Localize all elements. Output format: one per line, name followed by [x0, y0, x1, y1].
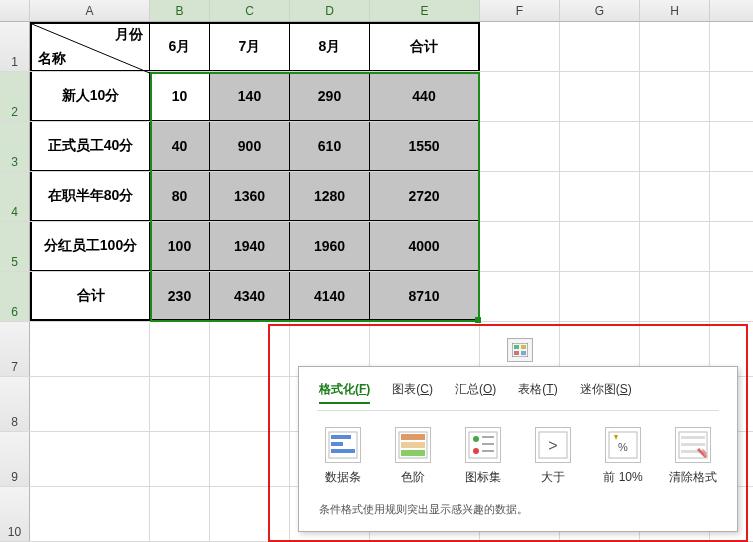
- qa-option-icon: [675, 427, 711, 463]
- empty-cell[interactable]: [30, 322, 150, 376]
- svg-rect-11: [401, 434, 425, 440]
- col-header-G[interactable]: G: [560, 0, 640, 21]
- empty-cell[interactable]: [640, 172, 710, 221]
- empty-cell[interactable]: [480, 222, 560, 271]
- col-header-E[interactable]: E: [370, 0, 480, 21]
- qa-option-icon: [395, 427, 431, 463]
- grid-row: 5分红员工100分100194019604000: [0, 222, 753, 272]
- empty-cell[interactable]: [640, 222, 710, 271]
- row-sum-cell[interactable]: 440: [370, 72, 480, 121]
- row-header-3[interactable]: 3: [0, 122, 30, 171]
- data-cell[interactable]: 1280: [290, 172, 370, 221]
- qa-tab-c[interactable]: 图表(C): [392, 381, 433, 404]
- qa-option-4[interactable]: %前 10%: [599, 427, 647, 486]
- footer-val-cell[interactable]: 4140: [290, 272, 370, 321]
- empty-cell[interactable]: [560, 122, 640, 171]
- data-cell[interactable]: 900: [210, 122, 290, 171]
- empty-cell[interactable]: [560, 222, 640, 271]
- row-name-cell[interactable]: 在职半年80分: [30, 172, 150, 221]
- data-cell[interactable]: 1960: [290, 222, 370, 271]
- qa-option-icon: [325, 427, 361, 463]
- col-header-H[interactable]: H: [640, 0, 710, 21]
- header-total[interactable]: 合计: [370, 22, 480, 71]
- qa-tab-f[interactable]: 格式化(F): [319, 381, 370, 404]
- empty-cell[interactable]: [30, 487, 150, 541]
- column-header-row: A B C D E F G H: [0, 0, 753, 22]
- row-header-7[interactable]: 7: [0, 322, 30, 376]
- data-cell[interactable]: 40: [150, 122, 210, 171]
- header-month-1[interactable]: 6月: [150, 22, 210, 71]
- col-header-C[interactable]: C: [210, 0, 290, 21]
- row-sum-cell[interactable]: 4000: [370, 222, 480, 271]
- row-header-5[interactable]: 5: [0, 222, 30, 271]
- qa-option-3[interactable]: >大于: [529, 427, 577, 486]
- empty-cell[interactable]: [150, 377, 210, 431]
- qa-tab-o[interactable]: 汇总(O): [455, 381, 496, 404]
- qa-option-label: 色阶: [401, 469, 425, 486]
- svg-text:%: %: [618, 441, 628, 453]
- row-header-4[interactable]: 4: [0, 172, 30, 221]
- footer-val-cell[interactable]: 230: [150, 272, 210, 321]
- row-sum-cell[interactable]: 1550: [370, 122, 480, 171]
- data-cell[interactable]: 140: [210, 72, 290, 121]
- empty-cell[interactable]: [640, 72, 710, 121]
- empty-cell[interactable]: [30, 432, 150, 486]
- empty-cell[interactable]: [30, 377, 150, 431]
- row-name-cell[interactable]: 正式员工40分: [30, 122, 150, 171]
- header-month-2[interactable]: 7月: [210, 22, 290, 71]
- data-cell[interactable]: 290: [290, 72, 370, 121]
- col-header-D[interactable]: D: [290, 0, 370, 21]
- col-header-A[interactable]: A: [30, 0, 150, 21]
- header-month-3[interactable]: 8月: [290, 22, 370, 71]
- empty-cell[interactable]: [560, 172, 640, 221]
- qa-option-label: 数据条: [325, 469, 361, 486]
- row-name-cell[interactable]: 分红员工100分: [30, 222, 150, 271]
- quick-analysis-popup: 格式化(F)图表(C)汇总(O)表格(T)迷你图(S) 数据条色阶图标集>大于%…: [298, 366, 738, 532]
- col-header-F[interactable]: F: [480, 0, 560, 21]
- qa-option-label: 图标集: [465, 469, 501, 486]
- empty-cell[interactable]: [640, 22, 710, 71]
- col-header-B[interactable]: B: [150, 0, 210, 21]
- qa-tabs: 格式化(F)图表(C)汇总(O)表格(T)迷你图(S): [317, 379, 719, 410]
- qa-option-0[interactable]: 数据条: [319, 427, 367, 486]
- row-header-10[interactable]: 10: [0, 487, 30, 541]
- data-cell[interactable]: 610: [290, 122, 370, 171]
- grid-area[interactable]: 1 月份 名称 6月 7月 8月 合计 2新人10分101402904403正式…: [0, 22, 753, 542]
- row-sum-cell[interactable]: 2720: [370, 172, 480, 221]
- empty-cell[interactable]: [480, 122, 560, 171]
- empty-cell[interactable]: [640, 122, 710, 171]
- empty-cell[interactable]: [560, 72, 640, 121]
- select-all-corner[interactable]: [0, 0, 30, 21]
- empty-cell[interactable]: [480, 22, 560, 71]
- empty-cell[interactable]: [480, 272, 560, 321]
- row-header-9[interactable]: 9: [0, 432, 30, 486]
- qa-option-2[interactable]: 图标集: [459, 427, 507, 486]
- row-header-1[interactable]: 1: [0, 22, 30, 71]
- qa-tab-t[interactable]: 表格(T): [518, 381, 557, 404]
- row-name-cell[interactable]: 新人10分: [30, 72, 150, 121]
- data-cell[interactable]: 10: [150, 72, 210, 121]
- footer-val-cell[interactable]: 4340: [210, 272, 290, 321]
- row-header-8[interactable]: 8: [0, 377, 30, 431]
- qa-option-1[interactable]: 色阶: [389, 427, 437, 486]
- footer-label-cell[interactable]: 合计: [30, 272, 150, 321]
- empty-cell[interactable]: [480, 172, 560, 221]
- qa-tab-s[interactable]: 迷你图(S): [580, 381, 632, 404]
- footer-sum-cell[interactable]: 8710: [370, 272, 480, 321]
- empty-cell[interactable]: [640, 272, 710, 321]
- empty-cell[interactable]: [150, 487, 210, 541]
- empty-cell[interactable]: [480, 72, 560, 121]
- empty-cell[interactable]: [150, 322, 210, 376]
- data-cell[interactable]: 80: [150, 172, 210, 221]
- row-header-2[interactable]: 2: [0, 72, 30, 121]
- qa-option-5[interactable]: 清除格式: [669, 427, 717, 486]
- diag-header-cell[interactable]: 月份 名称: [30, 22, 150, 71]
- svg-rect-13: [401, 450, 425, 456]
- empty-cell[interactable]: [150, 432, 210, 486]
- empty-cell[interactable]: [560, 272, 640, 321]
- empty-cell[interactable]: [560, 22, 640, 71]
- data-cell[interactable]: 1940: [210, 222, 290, 271]
- data-cell[interactable]: 1360: [210, 172, 290, 221]
- data-cell[interactable]: 100: [150, 222, 210, 271]
- row-header-6[interactable]: 6: [0, 272, 30, 321]
